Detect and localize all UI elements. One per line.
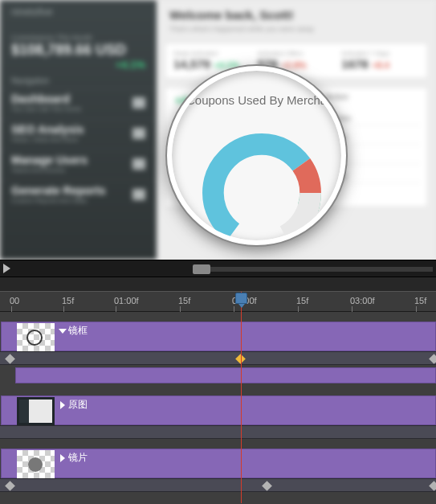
nav-item-icon <box>132 128 145 139</box>
nav-item-title: SEO Analysis <box>11 123 145 136</box>
preview-viewport: ninetofive Commissions This Month $108,7… <box>0 0 436 260</box>
scrub-knob[interactable] <box>193 264 210 274</box>
ruler-label: 01:00f <box>114 296 139 305</box>
keyframe[interactable] <box>262 481 272 491</box>
nav-item-sub: Views, Clicks And More <box>11 136 145 143</box>
layer-thumbnail <box>17 323 55 351</box>
layer-thumbnail <box>17 450 55 478</box>
welcome-title: Welcome back, Scott! <box>157 0 436 25</box>
chart-title: Coupons Used By Merchant <box>186 93 341 107</box>
layer[interactable]: 原图 <box>0 395 436 439</box>
layer-name: 镜片 <box>60 451 88 465</box>
layer-bar[interactable]: 镜框 <box>1 322 436 351</box>
metric-value: $108,789.66 USD <box>11 42 145 59</box>
nav-item-sub: Custom Reports And Stats <box>11 197 145 204</box>
keyframe[interactable] <box>5 354 15 364</box>
play-button[interactable] <box>3 264 10 273</box>
nav-item[interactable]: Generate ReportsCustom Reports And Stats <box>0 180 157 211</box>
keyframe-row[interactable] <box>0 425 436 439</box>
nav-item[interactable]: DashboardYou Can Call This Home <box>0 88 157 119</box>
nav-item-title: Generate Reports <box>11 184 145 197</box>
nav-item-title: Manage Users <box>11 154 145 166</box>
timeline-panel: 镜框原图镜片 <box>0 312 436 504</box>
nav-item-sub: Teams And Access <box>11 166 145 174</box>
kpi: Activated 7 Days1678 +8.4 <box>341 50 419 72</box>
disclosure-icon[interactable] <box>60 454 65 462</box>
kpi-row: Deals Activated14,579 +4.1%Activated Off… <box>165 43 428 79</box>
panel-divider <box>0 277 436 291</box>
keyframe[interactable] <box>429 354 436 364</box>
playback-bar <box>0 260 436 277</box>
magnifier-lens: Coupons Used By Merchant <box>167 66 346 245</box>
keyframe-row[interactable] <box>0 478 436 492</box>
nav-item[interactable]: SEO AnalysisViews, Clicks And More <box>0 119 157 150</box>
ruler-label: 15f <box>62 296 74 305</box>
metric-change: +4.1% <box>116 59 145 71</box>
ruler-label: 15f <box>414 296 426 305</box>
nav-item-sub: You Can Call This Home <box>11 105 145 113</box>
time-ruler[interactable]: 0015f01:00f15f02:00f15f03:00f15f <box>0 291 436 312</box>
layer-thumbnail <box>17 397 55 425</box>
nav-item-icon <box>132 97 145 109</box>
scrub-track[interactable] <box>193 267 433 272</box>
ruler-label: 15f <box>178 296 190 305</box>
sidebar-metric: Commissions This Month $108,789.66 USD +… <box>0 24 157 62</box>
ruler-label: 00 <box>10 296 19 305</box>
metric-label: Commissions This Month <box>11 34 145 42</box>
keyframe[interactable] <box>429 481 436 491</box>
layer-sub-bar[interactable] <box>15 367 436 383</box>
nav-item-icon <box>132 158 145 170</box>
layer-name: 原图 <box>60 398 88 412</box>
welcome-subtitle: That's what's happened while you were aw… <box>157 25 436 39</box>
playhead-cap[interactable] <box>235 293 247 304</box>
disclosure-icon[interactable] <box>59 329 67 334</box>
ruler-label: 15f <box>296 296 308 305</box>
nav-item-icon <box>132 189 145 200</box>
layer-bar[interactable]: 镜片 <box>1 449 436 478</box>
disclosure-icon[interactable] <box>60 401 65 409</box>
dashboard-sidebar: ninetofive Commissions This Month $108,7… <box>0 0 157 260</box>
layer-bar[interactable]: 原图 <box>1 395 436 425</box>
donut-chart <box>198 129 326 245</box>
nav-item-title: Dashboard <box>11 92 145 105</box>
keyframe[interactable] <box>5 481 15 491</box>
ruler-label: 03:00f <box>350 296 375 305</box>
keyframe-row[interactable] <box>0 351 436 365</box>
nav-item[interactable]: Manage UsersTeams And Access <box>0 150 157 180</box>
layer[interactable]: 镜片 <box>0 449 436 492</box>
layer-name: 镜框 <box>60 324 88 338</box>
logo: ninetofive <box>0 0 157 24</box>
layer[interactable]: 镜框 <box>0 322 436 386</box>
playhead[interactable] <box>241 292 242 503</box>
